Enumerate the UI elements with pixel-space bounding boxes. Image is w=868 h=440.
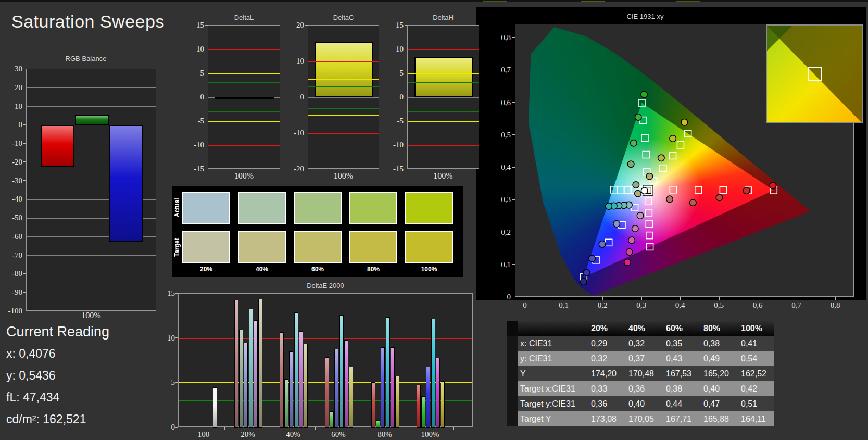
limit-line — [208, 111, 280, 112]
swatch-target-60% — [294, 231, 342, 263]
target-square — [624, 187, 631, 194]
y-tick-label: -20 — [0, 157, 22, 167]
deltae-bar-100%-green — [421, 396, 425, 428]
deltah-plot — [407, 25, 479, 169]
gridline — [27, 293, 156, 293]
table-cell: 0,41 — [736, 336, 773, 351]
table-cell: 0,33 — [586, 381, 623, 396]
table-cell: 0,42 — [736, 381, 773, 396]
table-row-lead — [507, 336, 518, 351]
limit-line — [408, 121, 479, 122]
target-square — [647, 243, 653, 250]
limit-line — [179, 338, 472, 339]
gridline — [27, 87, 156, 88]
deltae-bar-60%-magenta — [344, 340, 348, 428]
tick-mark — [305, 25, 308, 26]
y-tick-label: 0 — [152, 422, 175, 432]
table-cell: 0,44 — [661, 396, 698, 411]
deltae-bar-100-red — [213, 387, 217, 428]
cie-x-tick-label: 0,7 — [786, 300, 807, 310]
deltae-bar-80%-yellow — [395, 376, 399, 428]
tick-mark — [305, 61, 308, 61]
table-header-lead — [507, 321, 518, 336]
y-tick-label: 0 — [379, 92, 404, 102]
tick-mark — [405, 169, 407, 169]
x-tick-label: 60% — [323, 429, 354, 439]
deltac-xlabel: 100% — [308, 171, 379, 181]
group-separator-tick — [224, 427, 225, 430]
swatch-actual-100% — [405, 192, 453, 224]
measurement-point — [641, 91, 648, 98]
tick-mark — [205, 121, 208, 121]
inset-target-marker — [808, 67, 822, 81]
measurement-point — [637, 212, 644, 219]
y-tick-label: 5 — [379, 68, 404, 78]
y-tick-label: -30 — [0, 175, 22, 186]
measurement-point — [681, 119, 688, 126]
gridline — [27, 236, 156, 237]
target-square — [618, 186, 624, 193]
y-tick-label: -10 — [279, 128, 304, 138]
table-cell: 0,35 — [661, 336, 698, 351]
delta-bar — [215, 97, 274, 99]
table-cell: 0,43 — [661, 351, 698, 366]
limit-line — [308, 133, 379, 134]
reading-x: x: 0,4076 — [6, 347, 56, 361]
tick-mark — [23, 124, 26, 125]
rgb-balance-xlabel: 100% — [26, 311, 156, 320]
swatch-column-label: 80% — [349, 266, 397, 273]
deltah-xlabel: 100% — [407, 171, 479, 181]
gridline — [27, 106, 156, 107]
y-tick-label: 30 — [0, 64, 22, 74]
deltah-title: DeltaH — [407, 14, 479, 21]
cie-x-tick-label: 0,4 — [670, 300, 690, 310]
table-cell: 162,52 — [736, 366, 773, 381]
target-square — [685, 130, 691, 137]
group-separator-tick — [183, 427, 183, 430]
target-square — [606, 239, 612, 246]
saturation-swatch-panel: ActualTarget20%40%60%80%100% — [172, 186, 463, 277]
table-row-y-cie31: y: CIE310,320,370,430,490,54 — [507, 351, 774, 366]
y-tick-label: 20 — [0, 82, 22, 93]
target-square — [670, 153, 676, 159]
y-tick-label: -15 — [379, 164, 404, 174]
reading-y: y: 0,5436 — [6, 369, 56, 383]
deltae-bar-20%-yellow — [258, 299, 262, 428]
gridline — [408, 49, 479, 50]
deltal-plot — [208, 25, 280, 169]
measurement-point — [690, 199, 697, 206]
table-header-cell: 60% — [661, 321, 698, 336]
cie-zoom-inset — [766, 24, 863, 123]
swatch-column-label: 60% — [294, 266, 342, 273]
page-title: Saturation Sweeps — [11, 11, 165, 32]
swatch-column-label: 100% — [405, 266, 453, 273]
gridline — [408, 73, 479, 74]
deltae-bar-40%-magenta — [299, 331, 303, 428]
table-row-x-cie31: x: CIE310,290,320,350,380,41 — [507, 336, 774, 351]
limit-line — [208, 73, 280, 74]
target-square — [646, 221, 652, 228]
deltae-bar-100%-cyan — [431, 319, 435, 428]
swatch-target-80% — [349, 231, 397, 263]
target-square — [720, 187, 726, 194]
tick-mark — [175, 293, 178, 294]
gridline — [208, 121, 280, 122]
limit-line — [408, 82, 479, 83]
y-tick-label: -5 — [379, 116, 404, 126]
measurement-point — [627, 161, 634, 168]
measurement-point — [770, 182, 776, 189]
deltae-bar-100%-yellow — [441, 381, 445, 428]
swatch-column-label: 40% — [238, 266, 286, 273]
table-header-cell: 100% — [736, 321, 773, 336]
gridline — [27, 255, 156, 256]
y-tick-label: -70 — [0, 250, 22, 260]
table-cell: 0,37 — [623, 351, 661, 366]
deltae-bar-60%-green — [330, 411, 334, 428]
table-cell: 0,47 — [698, 396, 736, 411]
measurement-point — [658, 155, 665, 161]
limit-line — [408, 73, 479, 74]
y-tick-label: 15 — [152, 288, 175, 298]
x-tick-label: 20% — [232, 429, 263, 439]
tick-mark — [23, 255, 26, 255]
deltae-bar-100%-blue — [426, 367, 430, 428]
